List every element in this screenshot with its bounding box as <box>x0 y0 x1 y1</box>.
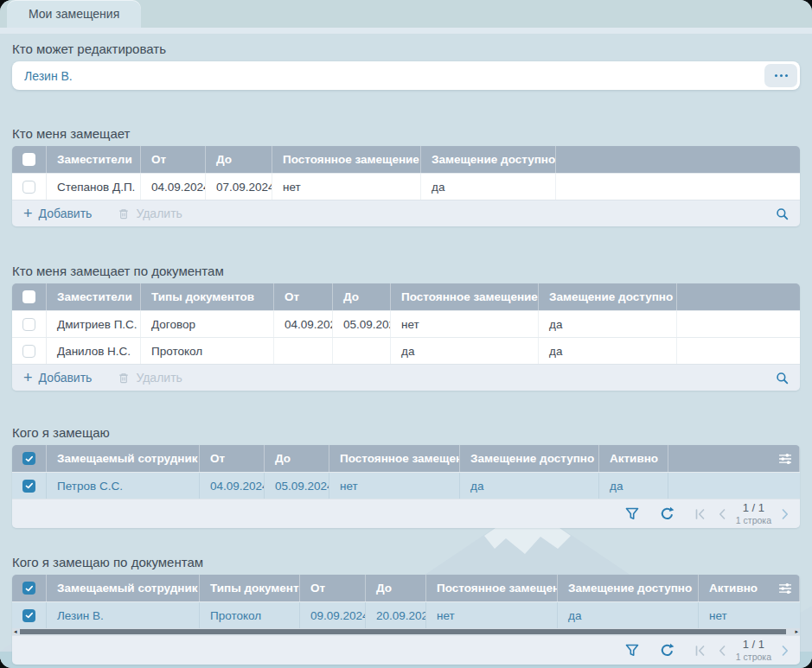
column-header[interactable]: Замещение доступно <box>539 283 677 310</box>
column-header[interactable]: Замещаемый сотрудник <box>47 575 200 601</box>
header-checkbox[interactable] <box>22 153 35 166</box>
filter-icon[interactable] <box>625 644 639 657</box>
column-header-label: До <box>376 582 392 595</box>
table-row[interactable]: Данилов Н.С.Протоколдада <box>12 337 800 364</box>
table-row[interactable]: Степанов Д.П.04.09.202407.09.2024нетда <box>12 173 800 200</box>
column-header[interactable]: Постоянное замещение <box>426 575 558 601</box>
row-checkbox[interactable] <box>22 480 35 493</box>
header-checkbox-cell <box>12 445 47 472</box>
column-header[interactable]: До <box>206 146 272 173</box>
column-settings-icon[interactable] <box>778 453 792 464</box>
add-button[interactable]: +Добавить <box>23 371 92 385</box>
first-page-icon[interactable] <box>695 509 705 519</box>
section-title: Кого я замещаю по документам <box>12 555 800 569</box>
row-checkbox[interactable] <box>22 345 35 358</box>
table-cell: Дмитриев П.С. <box>47 311 141 337</box>
column-header-label: Замещение доступно <box>470 452 594 465</box>
table-toolbar: +ДобавитьУдалить <box>12 364 800 391</box>
column-header[interactable]: От <box>200 445 265 472</box>
scroll-right-icon[interactable]: ▸ <box>795 628 798 635</box>
table-cell <box>556 174 800 200</box>
column-header-label: До <box>343 290 359 303</box>
column-header[interactable]: Постоянное замещение <box>272 146 421 173</box>
horizontal-scrollbar[interactable]: ◂▸ <box>12 628 800 635</box>
column-header-label: От <box>285 290 299 303</box>
table-cell: 04.09.2024 <box>200 473 265 499</box>
column-header[interactable]: Постоянное замещение <box>391 283 539 310</box>
table-row[interactable]: Петров С.С.04.09.202405.09.2024нетдада <box>12 472 800 499</box>
editor-input[interactable] <box>12 69 764 83</box>
previous-page-icon[interactable] <box>719 509 726 519</box>
column-header[interactable]: От <box>274 283 333 310</box>
column-header[interactable]: До <box>333 283 391 310</box>
table-cell: да <box>391 338 539 364</box>
column-header[interactable]: Активно <box>599 445 668 472</box>
column-settings-icon[interactable] <box>778 582 792 594</box>
scrollbar-thumb[interactable] <box>20 629 786 634</box>
scroll-left-icon[interactable]: ◂ <box>14 628 17 635</box>
next-page-icon[interactable] <box>782 509 789 519</box>
column-header-label: Активно <box>709 582 758 595</box>
tab-label: Мои замещения <box>29 7 119 21</box>
column-header-label: Активно <box>610 452 658 465</box>
search-icon[interactable] <box>776 372 789 385</box>
table-cell: да <box>558 602 699 628</box>
table-cell: да <box>599 473 668 499</box>
table-cell: Лезин В. <box>47 602 200 628</box>
refresh-icon[interactable] <box>660 643 675 658</box>
search-icon[interactable] <box>776 207 789 220</box>
header-checkbox-cell <box>12 575 47 601</box>
row-checkbox[interactable] <box>22 181 35 194</box>
header-checkbox[interactable] <box>22 290 35 303</box>
column-header[interactable]: Замещение доступно <box>558 575 699 601</box>
next-page-icon[interactable] <box>782 646 789 656</box>
column-header-label: Постоянное замещение <box>437 582 558 595</box>
header-checkbox[interactable] <box>22 452 35 465</box>
tab-my-substitutions[interactable]: Мои замещения <box>7 0 141 28</box>
section-title: Кого я замещаю <box>12 425 800 440</box>
delete-button[interactable]: Удалить <box>118 207 182 220</box>
column-header[interactable] <box>677 283 800 310</box>
table-cell <box>677 311 800 337</box>
table-cell: 04.09.2024 <box>274 311 333 337</box>
section-title: Кто меня замещает по документам <box>12 264 800 278</box>
table-cell: нет <box>329 473 460 499</box>
table-row[interactable]: Дмитриев П.С.Договор04.09.202405.09.2024… <box>12 310 800 337</box>
row-checkbox-cell <box>12 338 47 364</box>
column-header[interactable] <box>556 146 800 173</box>
header-checkbox[interactable] <box>22 582 35 595</box>
table-pagination: 1 / 11 строка <box>12 635 800 665</box>
row-checkbox[interactable] <box>22 318 35 331</box>
table-cell <box>274 338 333 364</box>
row-checkbox[interactable] <box>22 609 35 622</box>
ellipsis-icon <box>775 74 788 77</box>
column-header[interactable]: От <box>300 575 366 601</box>
more-options-button[interactable] <box>764 64 797 87</box>
column-header[interactable]: От <box>141 146 206 173</box>
column-header[interactable]: Заместители <box>47 146 141 173</box>
add-button[interactable]: +Добавить <box>23 207 92 220</box>
filter-icon[interactable] <box>625 507 639 520</box>
row-checkbox-cell <box>12 602 47 628</box>
table-cell: Степанов Д.П. <box>47 174 141 200</box>
column-header[interactable]: Типы документов <box>141 283 274 310</box>
column-header[interactable]: До <box>265 445 329 472</box>
delete-button-label: Удалить <box>136 371 182 385</box>
column-header-label: Типы документов <box>151 290 254 303</box>
column-header[interactable]: Замещение доступно <box>421 146 556 173</box>
substitutions-section: Кто меня замещает по документамЗаместите… <box>12 264 800 391</box>
substitutions-section: Кого я замещаюЗамещаемый сотрудникОтДоПо… <box>12 425 800 528</box>
column-header[interactable]: Постоянное замещение <box>329 445 460 472</box>
column-header[interactable]: Замещение доступно <box>460 445 599 472</box>
table-cell: Протокол <box>141 338 274 364</box>
table-pagination: 1 / 11 строка <box>12 499 800 528</box>
table-row[interactable]: Лезин В.Протокол09.09.202420.09.2024нетд… <box>12 601 800 628</box>
refresh-icon[interactable] <box>660 506 675 521</box>
first-page-icon[interactable] <box>695 646 705 656</box>
column-header[interactable]: Типы документов <box>200 575 300 601</box>
column-header[interactable]: До <box>366 575 426 601</box>
delete-button[interactable]: Удалить <box>118 371 182 385</box>
column-header[interactable]: Заместители <box>47 283 141 310</box>
column-header[interactable]: Замещаемый сотрудник <box>47 445 200 472</box>
previous-page-icon[interactable] <box>719 646 726 656</box>
